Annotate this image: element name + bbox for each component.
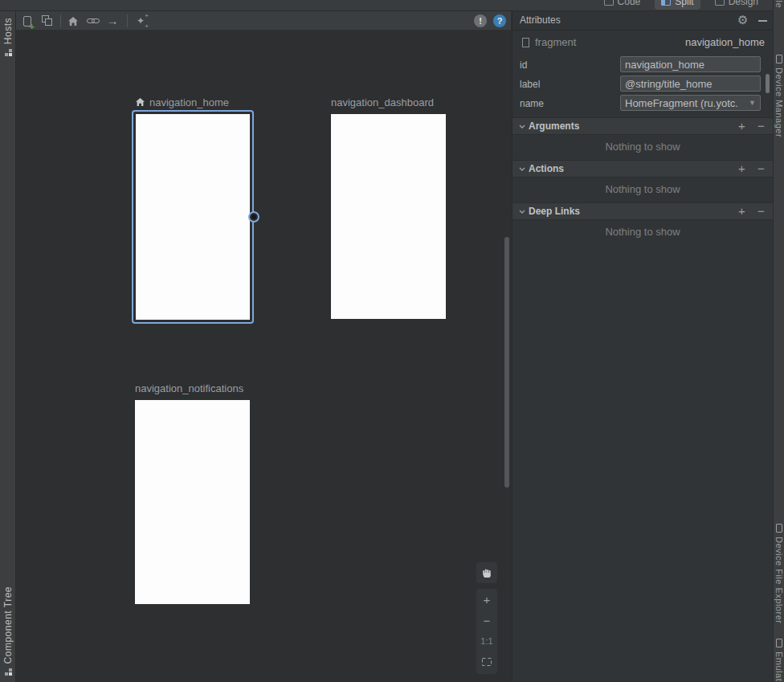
tab-design-label: Design [729, 0, 758, 7]
hand-icon [481, 567, 492, 578]
component-tree-tab-label: Component Tree [2, 586, 14, 664]
section-header-actions[interactable]: Actions + − [512, 160, 773, 178]
tool-window-tab-device-manager[interactable]: Device Manager [774, 55, 784, 137]
tool-window-tab-gradle[interactable]: Gradle [774, 0, 784, 8]
sparkle-icon: ✦++ [137, 15, 145, 27]
id-field-input[interactable] [620, 56, 761, 72]
attributes-panel-header: Attributes ⚙ [512, 11, 773, 31]
emulator-icon [776, 639, 782, 647]
device-file-explorer-icon [776, 524, 782, 533]
hosts-tab-label: Hosts [2, 18, 14, 44]
left-tool-window-stripe: Hosts Component Tree [0, 11, 16, 682]
label-field-label: label [520, 79, 540, 90]
arrow-icon: → [107, 14, 119, 27]
home-icon [67, 16, 79, 27]
gradle-tab-label: Gradle [774, 0, 784, 8]
selected-component-row: fragment navigation_home [512, 34, 773, 53]
zoom-actual-size-button[interactable]: 1:1 [476, 631, 497, 651]
code-view-icon [604, 0, 614, 6]
arguments-empty-text: Nothing to show [512, 141, 773, 153]
device-manager-icon [776, 55, 782, 63]
deep-link-button[interactable] [87, 14, 100, 27]
section-title: Actions [529, 163, 564, 174]
add-argument-button[interactable]: + [738, 119, 745, 133]
link-icon [87, 16, 100, 26]
add-deep-link-button[interactable]: + [738, 204, 745, 218]
attributes-panel: Attributes ⚙ fragment navigation_home id… [512, 11, 773, 682]
editor-mode-tabs: Code Split Design [598, 0, 765, 10]
device-manager-tab-label: Device Manager [774, 67, 784, 137]
split-view-icon [661, 0, 671, 6]
help-button[interactable]: ? [493, 14, 506, 27]
id-field-label: id [520, 59, 527, 71]
hosts-icon [5, 49, 12, 56]
issue-indicator-button[interactable]: ! [474, 14, 487, 27]
action-button[interactable]: → [106, 14, 119, 27]
tab-split-label: Split [675, 0, 693, 7]
nested-graph-button[interactable] [40, 14, 53, 27]
remove-deep-link-button[interactable]: − [757, 204, 765, 218]
emulator-tab-label: Emulator [774, 651, 784, 682]
section-header-deep-links[interactable]: Deep Links + − [512, 202, 773, 220]
design-view-icon [715, 0, 725, 6]
fragment-label-navigation-dashboard[interactable]: navigation_dashboard [331, 96, 434, 108]
tool-window-tab-component-tree[interactable]: Component Tree [0, 586, 16, 676]
tab-code[interactable]: Code [598, 0, 647, 10]
fit-screen-icon [481, 657, 492, 667]
section-title: Deep Links [529, 206, 580, 217]
fragment-screen-preview [136, 114, 250, 320]
component-type-label: fragment [535, 36, 576, 48]
navigation-graph-canvas[interactable]: navigation_home navigation_dashboard nav… [16, 31, 511, 682]
chevron-down-icon [519, 210, 525, 215]
auto-arrange-button[interactable]: ✦++ [134, 14, 147, 27]
selected-component-name: navigation_home [685, 36, 765, 48]
new-destination-button[interactable]: + [21, 14, 34, 27]
name-field-value: HomeFragment (ru.yotc. [621, 97, 747, 109]
add-action-button[interactable]: + [738, 161, 745, 175]
editor-mode-tab-bar: Code Split Design [0, 0, 784, 11]
fragment-label-navigation-home[interactable]: navigation_home [135, 96, 229, 108]
actions-empty-text: Nothing to show [512, 183, 773, 195]
name-field-label: name [520, 98, 544, 109]
fragment-preview-navigation-notifications[interactable] [135, 400, 250, 604]
navigation-editor-toolbar: + → [16, 11, 511, 31]
device-file-explorer-tab-label: Device File Explorer [774, 537, 784, 623]
gear-icon[interactable]: ⚙ [737, 13, 748, 27]
zoom-in-button[interactable]: + [476, 589, 497, 610]
chevron-down-icon: ▼ [747, 99, 760, 107]
attributes-panel-title: Attributes [520, 14, 561, 26]
assign-start-destination-button[interactable] [67, 14, 80, 27]
remove-argument-button[interactable]: − [757, 119, 765, 133]
zoom-to-fit-button[interactable] [476, 651, 497, 672]
attributes-panel-scrollbar[interactable] [766, 74, 770, 93]
fragment-preview-navigation-home[interactable] [132, 110, 254, 324]
zoom-out-button[interactable]: − [476, 610, 497, 631]
chevron-down-icon [519, 167, 525, 173]
component-tree-icon [5, 668, 12, 676]
fragment-icon [522, 38, 529, 47]
label-field-input[interactable] [620, 76, 761, 92]
canvas-vertical-scrollbar[interactable] [504, 237, 509, 488]
navigation-editor-window: Code Split Design Hosts Component Tree [0, 0, 784, 682]
action-connection-handle[interactable] [248, 211, 259, 223]
nested-graph-icon [40, 14, 53, 27]
fragment-name: navigation_notifications [135, 382, 243, 394]
tool-window-tab-hosts[interactable]: Hosts [0, 18, 16, 56]
tab-code-label: Code [618, 0, 641, 7]
tab-design[interactable]: Design [708, 0, 765, 10]
design-surface-area: + → [16, 11, 511, 682]
hide-panel-button[interactable] [758, 20, 767, 22]
tab-split[interactable]: Split [655, 0, 700, 10]
right-tool-window-stripe: Gradle Device Manager Device File Explor… [773, 0, 784, 682]
fragment-label-navigation-notifications[interactable]: navigation_notifications [135, 382, 243, 394]
pan-tool-button[interactable] [476, 562, 497, 583]
remove-action-button[interactable]: − [757, 161, 765, 175]
tool-window-tab-device-file-explorer[interactable]: Device File Explorer [774, 524, 784, 623]
zoom-controls: + − 1:1 [476, 589, 497, 674]
tool-window-tab-emulator[interactable]: Emulator [774, 639, 784, 682]
section-header-arguments[interactable]: Arguments + − [512, 117, 773, 135]
section-title: Arguments [529, 120, 579, 132]
name-field-dropdown[interactable]: HomeFragment (ru.yotc. ▼ [620, 95, 761, 111]
toolbar-separator [127, 14, 128, 27]
fragment-preview-navigation-dashboard[interactable] [331, 114, 446, 319]
